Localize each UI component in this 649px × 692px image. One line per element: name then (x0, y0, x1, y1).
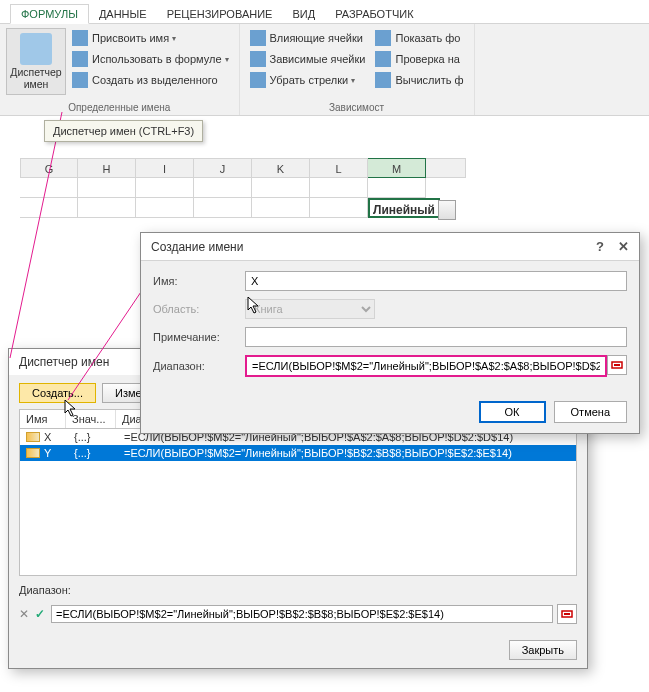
precedents-icon (250, 30, 266, 46)
group-formula-auditing: Влияющие ячейки Зависимые ячейки Убрать … (240, 24, 475, 115)
cancel-refers-icon[interactable]: ✕ (19, 607, 31, 621)
new-name-button[interactable]: Создать... (19, 383, 96, 403)
col-header-M[interactable]: M (368, 158, 426, 178)
col-header-J[interactable]: J (194, 158, 252, 178)
name-row-y[interactable]: Y {...} =ЕСЛИ(ВЫБОР!$M$2="Линейный";ВЫБО… (20, 445, 576, 461)
error-check-icon (375, 51, 391, 67)
comment-label: Примечание: (153, 331, 237, 343)
show-formulas-icon (375, 30, 391, 46)
grid-cell[interactable] (136, 198, 194, 218)
trace-precedents-button[interactable]: Влияющие ячейки (246, 28, 370, 48)
name-manager-tooltip: Диспетчер имен (CTRL+F3) (44, 120, 203, 142)
dependents-icon (250, 51, 266, 67)
remove-arrows-button[interactable]: Убрать стрелки▾ (246, 70, 370, 90)
grid-row-2: Линейный (20, 198, 649, 218)
grid-cell[interactable] (194, 198, 252, 218)
col-header-L[interactable]: L (310, 158, 368, 178)
comment-input[interactable] (245, 327, 627, 347)
grid-cell[interactable] (20, 198, 78, 218)
col-header-value[interactable]: Знач... (66, 410, 116, 428)
svg-line-0 (10, 112, 62, 358)
create-name-titlebar[interactable]: Создание имени ? ✕ (141, 233, 639, 261)
svg-rect-3 (614, 364, 620, 366)
grid-cell[interactable] (136, 178, 194, 198)
chevron-down-icon: ▾ (172, 34, 176, 43)
svg-rect-5 (564, 613, 570, 615)
grid-cell[interactable] (368, 178, 426, 198)
spreadsheet-grid: G H I J K L M Линейный (0, 158, 649, 218)
grid-row-1 (20, 178, 649, 198)
group-label-names: Определенные имена (6, 100, 233, 113)
tab-view[interactable]: ВИД (282, 5, 325, 23)
close-icon[interactable]: ✕ (618, 239, 629, 254)
create-name-dialog: Создание имени ? ✕ Имя: Область: Книга П… (140, 232, 640, 434)
remove-arrows-icon (250, 72, 266, 88)
tab-formulas[interactable]: ФОРМУЛЫ (10, 4, 89, 24)
chevron-down-icon: ▾ (351, 76, 355, 85)
tab-developer[interactable]: РАЗРАБОТЧИК (325, 5, 423, 23)
col-header-I[interactable]: I (136, 158, 194, 178)
collapse-refers-button[interactable] (557, 604, 577, 624)
cell-M2[interactable]: Линейный (368, 198, 440, 218)
grid-cell[interactable] (20, 178, 78, 198)
name-manager-button[interactable]: Диспетчер имен (6, 28, 66, 95)
names-list[interactable]: X {...} =ЕСЛИ(ВЫБОР!$M$2="Линейный";ВЫБО… (19, 428, 577, 576)
grid-cell[interactable] (194, 178, 252, 198)
name-manager-icon (20, 33, 52, 65)
error-checking-button[interactable]: Проверка на (371, 49, 467, 69)
use-in-formula-button[interactable]: Использовать в формуле▾ (68, 49, 233, 69)
grid-cell[interactable] (310, 198, 368, 218)
grid-cell[interactable] (78, 178, 136, 198)
create-name-title: Создание имени (151, 240, 243, 254)
tab-data[interactable]: ДАННЫЕ (89, 5, 157, 23)
col-header-K[interactable]: K (252, 158, 310, 178)
fx-icon (72, 51, 88, 67)
name-input[interactable] (245, 271, 627, 291)
range-label: Диапазон: (153, 360, 237, 372)
refersto-input[interactable] (51, 605, 553, 623)
group-label-audit: Зависимост (246, 100, 468, 113)
grid-cell[interactable] (78, 198, 136, 218)
tab-review[interactable]: РЕЦЕНЗИРОВАНИЕ (157, 5, 283, 23)
grid-cell[interactable] (252, 198, 310, 218)
scope-select: Книга (245, 299, 375, 319)
grid-cell[interactable] (310, 178, 368, 198)
col-header-name[interactable]: Имя (20, 410, 66, 428)
cancel-button[interactable]: Отмена (554, 401, 627, 423)
ribbon-body: Диспетчер имен Присвоить имя▾ Использова… (0, 24, 649, 116)
evaluate-formula-button[interactable]: Вычислить ф (371, 70, 467, 90)
evaluate-icon (375, 72, 391, 88)
range-input[interactable] (245, 355, 607, 377)
close-button[interactable]: Закрыть (509, 640, 577, 660)
col-header-G[interactable]: G (20, 158, 78, 178)
column-headers: G H I J K L M (20, 158, 649, 178)
define-name-button[interactable]: Присвоить имя▾ (68, 28, 233, 48)
ribbon-tabs: ФОРМУЛЫ ДАННЫЕ РЕЦЕНЗИРОВАНИЕ ВИД РАЗРАБ… (0, 0, 649, 24)
name-icon (26, 432, 40, 442)
collapse-range-button[interactable] (607, 355, 627, 375)
show-formulas-button[interactable]: Показать фо (371, 28, 467, 48)
group-defined-names: Диспетчер имен Присвоить имя▾ Использова… (0, 24, 240, 115)
name-icon (26, 448, 40, 458)
selection-icon (72, 72, 88, 88)
scope-label: Область: (153, 303, 237, 315)
col-header-H[interactable]: H (78, 158, 136, 178)
accept-refers-icon[interactable]: ✓ (35, 607, 47, 621)
name-label: Имя: (153, 275, 237, 287)
ok-button[interactable]: ОК (479, 401, 546, 423)
tag-icon (72, 30, 88, 46)
create-from-selection-button[interactable]: Создать из выделенного (68, 70, 233, 90)
col-header-next[interactable] (426, 158, 466, 178)
chevron-down-icon: ▾ (225, 55, 229, 64)
refersto-label: Диапазон: (19, 584, 71, 596)
grid-cell[interactable] (252, 178, 310, 198)
help-icon[interactable]: ? (596, 239, 604, 254)
trace-dependents-button[interactable]: Зависимые ячейки (246, 49, 370, 69)
